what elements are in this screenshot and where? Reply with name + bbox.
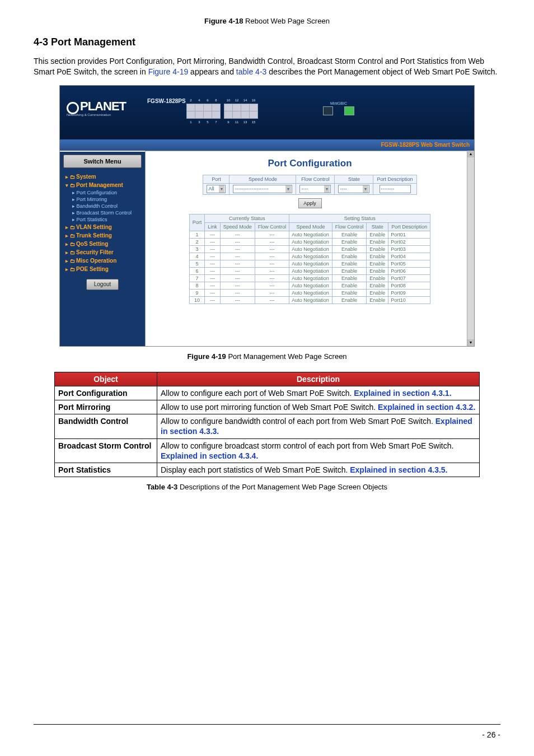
table-row: 5---------Auto NegotiationEnableEnablePo… [189,260,430,267]
fig419-text: Port Management Web Page Screen [226,352,347,361]
link-table43[interactable]: table 4-3 [236,67,266,76]
screenshot-port-management: PLANET Networking & Communication FGSW-1… [59,85,475,347]
minigbic-block: MiniGBIC [323,101,354,115]
scroll-up-icon[interactable]: ▴ [467,151,474,157]
tbl43-bold: Table 4-3 [147,483,177,491]
menu-header: Switch Menu [63,155,142,168]
sidebar-sub-bandwidth-control[interactable]: Bandwidth Control [60,203,145,209]
intro-t2: appears and [188,67,236,76]
sidebar-sub-broadcast-storm-control[interactable]: Broadcast Storm Control [60,209,145,216]
table-43-caption: Table 4-3 Descriptions of the Port Manag… [34,483,500,491]
scrollbar[interactable]: ▴ ▾ [467,151,474,346]
fig418-bold: Figure 4-18 [204,17,243,25]
table-row: Port ConfigurationAllow to configure eac… [55,386,480,400]
logo-text: PLANET [80,99,126,113]
table-row: 10---------Auto NegotiationEnableEnableP… [189,296,430,304]
fig419-bold: Figure 4-19 [187,352,226,361]
port-select[interactable]: All [207,185,226,193]
port-icon [204,111,212,118]
port-icon [241,111,250,118]
section-link[interactable]: Explained in section 4.3.4. [161,451,258,460]
port-icon [224,111,233,118]
apply-button[interactable]: Apply [298,198,322,208]
table-row: Broadcast Storm ControlAllow to configur… [55,438,480,463]
desc-input[interactable]: -------- [380,185,411,193]
sidebar-sub-port-statistics[interactable]: Port Statistics [60,216,145,223]
section-link[interactable]: Explained in section 4.3.3. [161,417,472,436]
cfg-h-speed: Speed Mode [229,175,296,183]
sidebar-item-misc-operation[interactable]: Misc Operation [60,256,145,265]
port-diagram: 24681357101214169111315 [186,97,258,125]
sh-setting: Setting Status [289,214,430,222]
description-table: Object Description Port ConfigurationAll… [54,372,480,477]
fig418-text: Reboot Web Page Screen [243,17,329,25]
ss-header: PLANET Networking & Communication FGSW-1… [60,86,474,139]
port-icon [212,104,221,111]
section-link[interactable]: Explained in section 4.3.1. [354,389,451,398]
sh-currently: Currently Status [205,214,289,222]
section-link[interactable]: Explained in section 4.3.2. [378,403,475,412]
globe-icon [67,102,79,114]
port-icon [187,104,195,111]
mini-port-icon [323,106,333,115]
port-icon [233,111,241,118]
port-icon [212,111,221,118]
port-icon [187,111,195,118]
table-row: 9---------Auto NegotiationEnableEnablePo… [189,289,430,296]
sidebar-item-vlan-setting[interactable]: VLAN Setting [60,223,145,231]
flow-select[interactable]: ---- [299,185,331,193]
sh-link: Link [205,222,221,231]
table-row: 8---------Auto NegotiationEnableEnablePo… [189,282,430,289]
sidebar-item-qos-setting[interactable]: QoS Setting [60,240,145,248]
mini-port-icon [344,106,354,115]
th-object: Object [55,372,157,386]
section-heading: 4-3 Port Management [34,36,500,48]
state-select[interactable]: ---- [338,185,369,193]
link-fig419[interactable]: Figure 4-19 [148,67,189,76]
table-row: 6---------Auto NegotiationEnableEnablePo… [189,267,430,274]
sh-desc: Port Description [388,222,430,231]
sidebar-item-system[interactable]: System [60,172,145,181]
minigbic-label: MiniGBIC [323,101,354,105]
switch-menu-sidebar: Switch Menu SystemPort ManagementPort Co… [60,152,145,346]
port-icon [233,104,241,111]
section-link[interactable]: Explained in section 4.3.5. [350,465,447,474]
scroll-down-icon[interactable]: ▾ [467,339,474,346]
model-label: FGSW-1828PS [147,98,186,104]
sh-speed2: Speed Mode [289,222,332,231]
logo-sub: Networking & Communication [67,113,139,116]
sidebar-item-poe-setting[interactable]: POE Setting [60,265,145,273]
sidebar-item-trunk-setting[interactable]: Trunk Setting [60,231,145,240]
sh-flow2: Flow Control [332,222,367,231]
sidebar-item-port-management[interactable]: Port Management [60,181,145,189]
tbl43-text: Descriptions of the Port Management Web … [177,483,387,491]
cfg-h-flow: Flow Control [296,175,335,183]
intro-t3: describes the Port Management object of … [266,67,497,76]
port-icon [224,104,233,111]
table-row: Port StatisticsDisplay each port statist… [55,463,480,477]
th-description: Description [157,372,480,386]
speed-select[interactable]: -------------------- [233,185,292,193]
table-row: 3---------Auto NegotiationEnableEnablePo… [189,245,430,253]
sidebar-sub-port-configuration[interactable]: Port Configuration [60,189,145,196]
port-icon [241,104,250,111]
port-icon [195,111,204,118]
sidebar-item-security-filter[interactable]: Security Filter [60,248,145,256]
port-icon [195,104,204,111]
content-title: Port Configuration [146,151,474,175]
cfg-h-state: State [335,175,373,183]
figure-418-caption: Figure 4-18 Reboot Web Page Screen [34,17,500,25]
sidebar-sub-port-mirroring[interactable]: Port Mirroring [60,196,145,203]
cfg-h-port: Port [203,175,229,183]
page-number: - 26 - [482,730,500,739]
planet-logo: PLANET Networking & Communication [67,99,139,125]
content-pane: Port Configuration Port Speed Mode Flow … [145,151,474,346]
table-row: 7---------Auto NegotiationEnableEnablePo… [189,274,430,282]
sh-port: Port [189,214,205,231]
sh-speed1: Speed Mode [220,222,255,231]
table-row: 4---------Auto NegotiationEnableEnablePo… [189,253,430,260]
table-row: 2---------Auto NegotiationEnableEnablePo… [189,238,430,245]
logout-button[interactable]: Logout [86,279,119,290]
table-row: Port MirroringAllow to use port mirrorin… [55,400,480,414]
port-icon [250,111,258,118]
